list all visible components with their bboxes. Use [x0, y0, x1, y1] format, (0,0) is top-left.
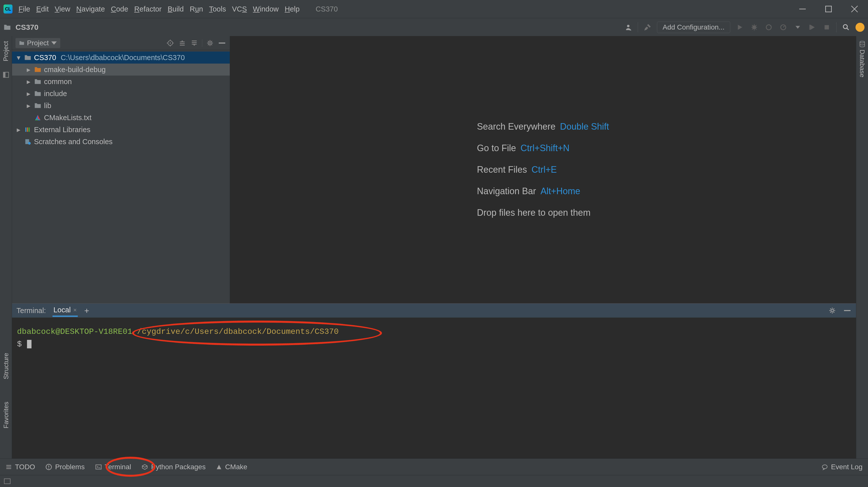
menu-file[interactable]: File [19, 5, 30, 13]
user-dropdown-icon[interactable] [623, 22, 633, 32]
svg-rect-8 [3, 72, 5, 77]
tree-root[interactable]: ▾ CS370 C:\Users\dbabcock\Documents\CS37… [12, 52, 230, 63]
navigation-toolbar: CS370 Add Configuration... [0, 18, 868, 36]
tree-item-include[interactable]: ▸ include [12, 88, 230, 99]
folder-icon [34, 78, 41, 85]
chevron-right-icon[interactable]: ▸ [26, 102, 31, 110]
tree-item-lib[interactable]: ▸ lib [12, 99, 230, 112]
attach-icon[interactable] [807, 22, 817, 32]
tree-scratches[interactable]: ▸ Scratches and Consoles [12, 136, 230, 148]
new-terminal-tab-button[interactable]: + [84, 306, 89, 316]
tree-item-label: lib [44, 102, 51, 110]
project-panel-header: Project [12, 36, 230, 50]
project-view-selector[interactable]: Project [16, 38, 60, 48]
locate-icon[interactable] [166, 39, 175, 47]
tool-windows-toggle-icon[interactable] [4, 479, 10, 484]
window-maximize-button[interactable] [818, 0, 838, 18]
tip-shortcut: Double Shift [560, 121, 609, 132]
tip-label: Search Everywhere [477, 121, 556, 132]
svg-rect-19 [844, 310, 850, 311]
bottom-tab-event-log[interactable]: Event Log [822, 463, 863, 471]
project-tree[interactable]: ▾ CS370 C:\Users\dbabcock\Documents\CS37… [12, 50, 230, 303]
tree-item-label: cmake-build-debug [44, 65, 106, 74]
chevron-right-icon[interactable]: ▸ [26, 77, 31, 86]
terminal-output[interactable]: dbabcock@DESKTOP-V18RE01 /cygdrive/c/Use… [12, 318, 856, 458]
libraries-icon [24, 126, 31, 133]
tree-external-libraries[interactable]: ▸ External Libraries [12, 124, 230, 136]
build-hammer-icon[interactable] [643, 22, 652, 32]
database-icon[interactable] [859, 40, 866, 48]
expand-all-icon[interactable] [178, 39, 186, 47]
tree-root-path: C:\Users\dbabcock\Documents\CS370 [61, 54, 185, 62]
tree-item-cmakelists[interactable]: ▸ CMakeLists.txt [12, 112, 230, 124]
right-tab-database[interactable]: Database [858, 50, 866, 77]
menu-view[interactable]: View [55, 5, 70, 13]
bottom-tab-cmake[interactable]: CMake [216, 463, 247, 471]
svg-rect-13 [25, 127, 26, 132]
chevron-right-icon[interactable]: ▸ [26, 89, 31, 98]
folder-icon [34, 102, 41, 109]
left-tab-favorites[interactable]: Favorites [2, 402, 10, 428]
settings-gear-icon[interactable] [206, 39, 214, 47]
project-tool-window: Project ▾ [12, 36, 230, 303]
left-tab-structure[interactable]: Structure [2, 353, 10, 379]
close-icon[interactable]: × [73, 307, 77, 314]
tree-item-cmake-build-debug[interactable]: ▸ cmake-build-debug [12, 63, 230, 76]
terminal-prompt: $ [17, 340, 22, 349]
coverage-icon[interactable] [764, 22, 774, 32]
tip-drop-text: Drop files here to open them [477, 207, 609, 218]
debug-icon[interactable] [749, 22, 759, 32]
tip-shortcut: Ctrl+Shift+N [521, 143, 569, 153]
window-close-button[interactable] [844, 0, 865, 18]
left-strip-icon[interactable] [2, 71, 9, 78]
add-configuration-button[interactable]: Add Configuration... [657, 22, 731, 33]
terminal-tab-local[interactable]: Local × [53, 304, 78, 317]
chevron-right-icon[interactable]: ▸ [16, 125, 22, 134]
bottom-tab-label: Python Packages [151, 463, 206, 471]
tree-item-common[interactable]: ▸ common [12, 76, 230, 88]
scratches-icon [24, 138, 31, 145]
collapse-all-icon[interactable] [190, 39, 198, 47]
bottom-tab-problems[interactable]: Problems [45, 463, 85, 471]
svg-point-20 [860, 41, 865, 43]
menu-run[interactable]: Run [190, 5, 203, 13]
bottom-tab-label: TODO [15, 463, 35, 471]
left-tab-project[interactable]: Project [2, 41, 10, 61]
menu-refactor[interactable]: Refactor [134, 5, 162, 13]
menu-edit[interactable]: Edit [36, 5, 49, 13]
svg-point-22 [49, 468, 49, 469]
tip-shortcut: Ctrl+E [531, 165, 557, 175]
stop-icon[interactable] [822, 22, 832, 32]
menu-bar: CL File Edit View Navigate Code Refactor… [0, 0, 868, 18]
hide-panel-icon[interactable] [218, 39, 226, 47]
profile-icon[interactable] [778, 22, 788, 32]
run-icon[interactable] [735, 22, 745, 32]
folder-icon [3, 24, 11, 31]
menu-code[interactable]: Code [111, 5, 128, 13]
menu-help[interactable]: Help [285, 5, 300, 13]
bottom-tab-terminal[interactable]: Terminal [95, 463, 131, 471]
tree-root-name: CS370 [34, 54, 56, 62]
menu-build[interactable]: Build [168, 5, 184, 13]
tip-label: Navigation Bar [477, 186, 536, 196]
chevron-right-icon[interactable]: ▸ [26, 65, 31, 74]
title-project-name: CS370 [315, 5, 338, 13]
svg-rect-5 [825, 25, 829, 29]
terminal-settings-icon[interactable] [828, 306, 837, 315]
window-minimize-button[interactable] [793, 0, 812, 18]
breadcrumb-project[interactable]: CS370 [16, 23, 38, 31]
search-icon[interactable] [841, 22, 851, 32]
menu-navigate[interactable]: Navigate [76, 5, 105, 13]
bottom-tab-python-packages[interactable]: Python Packages [142, 463, 206, 471]
svg-rect-4 [809, 25, 810, 30]
menu-vcs[interactable]: VCS [232, 5, 247, 13]
chevron-down-icon[interactable]: ▾ [16, 53, 22, 62]
bottom-tab-todo[interactable]: TODO [5, 463, 35, 471]
menu-tools[interactable]: Tools [209, 5, 226, 13]
user-avatar[interactable] [856, 23, 865, 32]
menu-window[interactable]: Window [253, 5, 279, 13]
right-tool-strip: Database [856, 36, 868, 458]
hide-terminal-icon[interactable] [843, 306, 851, 315]
run-dropdown-icon[interactable] [793, 22, 803, 32]
editor-empty-state[interactable]: Search Everywhere Double Shift Go to Fil… [230, 36, 856, 303]
